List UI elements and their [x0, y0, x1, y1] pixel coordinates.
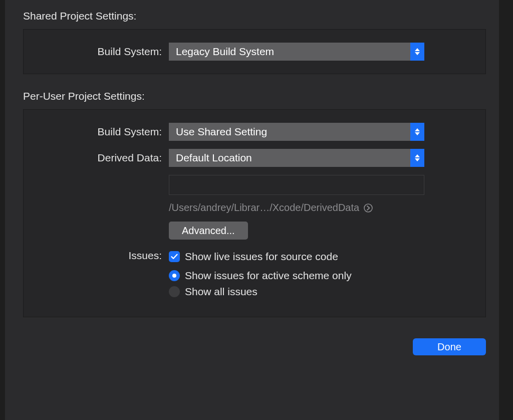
derived-data-custom-path-row: /Users/andrey/Librar…/Xcode/DerivedData: [29, 175, 475, 214]
per-user-build-system-popup[interactable]: Use Shared Setting: [169, 123, 424, 141]
svg-point-0: [364, 204, 372, 212]
advanced-row: Advanced...: [29, 222, 475, 240]
shared-build-system-label: Build System:: [29, 46, 169, 58]
derived-data-value: Default Location: [169, 149, 252, 167]
derived-data-row: Derived Data: Default Location: [29, 149, 475, 167]
all-issues-radio-row[interactable]: Show all issues: [169, 286, 475, 298]
derived-data-label: Derived Data:: [29, 152, 169, 164]
shared-build-system-popup[interactable]: Legacy Build System: [169, 43, 424, 61]
shared-settings-box: Build System: Legacy Build System: [23, 29, 486, 74]
updown-caret-icon: [410, 149, 424, 167]
derived-data-popup[interactable]: Default Location: [169, 149, 424, 167]
per-user-settings-title: Per-User Project Settings:: [23, 90, 499, 102]
live-issues-checkbox-row[interactable]: Show live issues for source code: [169, 251, 475, 263]
per-user-build-system-row: Build System: Use Shared Setting: [29, 123, 475, 141]
done-button[interactable]: Done: [413, 338, 486, 355]
derived-data-path-text: /Users/andrey/Librar…/Xcode/DerivedData: [169, 202, 359, 214]
checkmark-icon: [171, 254, 178, 260]
per-user-settings-box: Build System: Use Shared Setting Derived…: [23, 109, 486, 317]
all-issues-radio[interactable]: [169, 286, 180, 297]
per-user-build-system-value: Use Shared Setting: [169, 123, 267, 141]
issues-row: Issues: Show live issues for source code…: [29, 250, 475, 302]
active-scheme-radio-label: Show issues for active scheme only: [185, 270, 352, 282]
reveal-in-finder-icon[interactable]: [363, 203, 373, 213]
all-issues-radio-label: Show all issues: [185, 286, 258, 298]
active-scheme-radio[interactable]: [169, 270, 180, 281]
footer-row: Done: [5, 333, 499, 355]
derived-data-path: /Users/andrey/Librar…/Xcode/DerivedData: [169, 202, 475, 214]
per-user-build-system-label: Build System:: [29, 126, 169, 138]
active-scheme-radio-row[interactable]: Show issues for active scheme only: [169, 270, 475, 282]
advanced-button[interactable]: Advanced...: [169, 222, 248, 240]
project-settings-sheet: Shared Project Settings: Build System: L…: [5, 0, 499, 420]
updown-caret-icon: [410, 43, 424, 61]
live-issues-checkbox[interactable]: [169, 251, 180, 262]
live-issues-checkbox-label: Show live issues for source code: [185, 251, 338, 263]
shared-settings-title: Shared Project Settings:: [23, 10, 499, 22]
issues-label: Issues:: [29, 250, 169, 262]
shared-build-system-value: Legacy Build System: [169, 43, 274, 61]
derived-data-custom-path-input: [169, 175, 424, 195]
shared-build-system-row: Build System: Legacy Build System: [29, 43, 475, 61]
updown-caret-icon: [410, 123, 424, 141]
